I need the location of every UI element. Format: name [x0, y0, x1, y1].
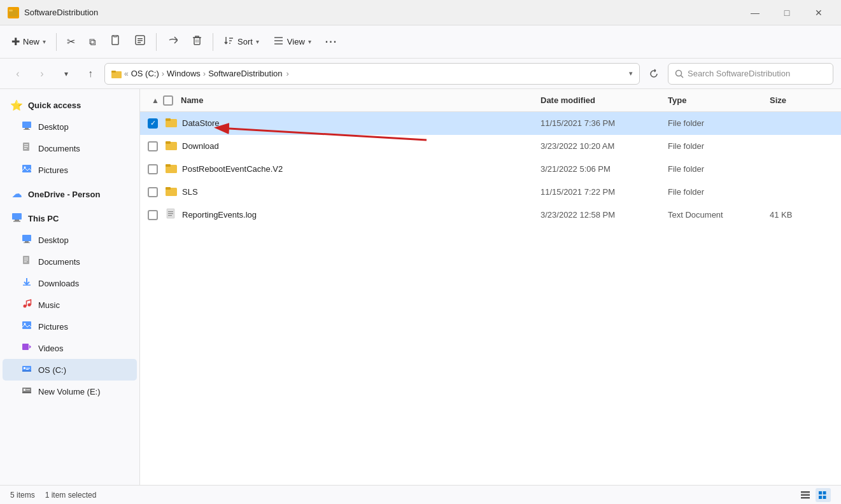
sidebar-item-videos-pc[interactable]: Videos [3, 337, 137, 359]
file-list: ✓ DataStore 11/15/2021 7:36 PM File fold… [140, 112, 841, 485]
breadcrumb[interactable]: « OS (C:) › Windows › SoftwareDistributi… [104, 63, 640, 85]
sidebar-item-new-volume-e[interactable]: New Volume (E:) [3, 381, 137, 402]
folder-icon [166, 162, 177, 176]
selected-count: 1 item selected [45, 491, 97, 500]
svg-rect-35 [22, 344, 29, 350]
row-checkbox[interactable] [148, 187, 158, 197]
back-button[interactable]: ‹ [8, 64, 28, 84]
row-checkbox[interactable] [148, 141, 158, 151]
up-button[interactable]: ↑ [80, 64, 101, 84]
status-right [798, 488, 831, 502]
row-checkbox-cell [148, 141, 166, 151]
svg-rect-3 [113, 35, 117, 37]
column-size[interactable]: Size [770, 95, 833, 105]
maximize-button[interactable]: □ [772, 3, 802, 23]
title-bar: SoftwareDistribution — □ ✕ [0, 0, 841, 25]
svg-rect-29 [24, 260, 28, 260]
new-volume-e-icon [20, 385, 33, 398]
videos-pc-icon [20, 342, 33, 354]
file-date: 3/23/2022 10:20 AM [541, 141, 668, 151]
svg-rect-10 [111, 71, 116, 73]
sidebar-item-desktop-pc[interactable]: Desktop [3, 229, 137, 251]
svg-rect-16 [24, 144, 28, 145]
sidebar-item-documents-qa[interactable]: Documents [3, 137, 137, 159]
quick-access-header[interactable]: ⭐ Quick access [3, 94, 137, 116]
downloads-pc-icon [20, 277, 33, 290]
collapse-button[interactable]: ▲ [148, 93, 163, 108]
list-view-button[interactable] [798, 488, 813, 502]
downloads-pc-label: Downloads [38, 279, 79, 288]
file-date: 3/23/2022 12:58 PM [541, 210, 668, 220]
table-row[interactable]: SLS 11/15/2021 7:22 PM File folder [140, 181, 841, 204]
os-c-label: OS (C:) [38, 365, 66, 375]
row-checkbox[interactable]: ✓ [148, 118, 158, 129]
sidebar-item-pictures-qa[interactable]: Pictures [3, 159, 137, 181]
sort-button[interactable]: Sort ▾ [217, 30, 265, 54]
rename-button[interactable] [129, 30, 152, 54]
desktop-qa-icon [20, 120, 33, 133]
select-all-checkbox[interactable] [163, 95, 173, 106]
svg-rect-51 [166, 164, 171, 167]
more-button[interactable]: ··· [319, 30, 344, 54]
svg-marker-36 [29, 345, 31, 349]
column-date[interactable]: Date modified [541, 95, 668, 105]
quick-access-icon: ⭐ [10, 99, 23, 111]
table-row[interactable]: ✓ DataStore 11/15/2021 7:36 PM File fold… [140, 112, 841, 135]
search-placeholder: Search SoftwareDistribution [688, 69, 790, 78]
new-volume-e-label: New Volume (E:) [38, 387, 101, 396]
videos-pc-label: Videos [38, 344, 64, 353]
share-button[interactable] [160, 30, 184, 54]
onedrive-header[interactable]: ☁ OneDrive - Person [3, 183, 137, 205]
file-name-cell: DataStore [166, 116, 541, 130]
row-checkbox[interactable] [148, 210, 158, 220]
forward-button[interactable]: › [32, 64, 52, 84]
file-area-container: ▲ Name Date modified Type Size [140, 89, 841, 485]
view-button[interactable]: View ▾ [267, 30, 318, 54]
sidebar-item-os-c[interactable]: OS (C:) [3, 359, 137, 381]
sidebar-item-pictures-pc[interactable]: Pictures [3, 316, 137, 337]
close-button[interactable]: ✕ [804, 3, 833, 23]
svg-rect-8 [194, 38, 200, 45]
delete-button[interactable] [185, 30, 209, 54]
column-name[interactable]: Name [181, 95, 541, 105]
sort-label: Sort [237, 37, 253, 46]
refresh-button[interactable] [644, 64, 664, 84]
sidebar-item-downloads-pc[interactable]: Downloads [3, 272, 137, 294]
svg-rect-40 [26, 369, 29, 370]
svg-rect-49 [166, 141, 171, 144]
thispc-header[interactable]: This PC [3, 207, 137, 229]
new-button[interactable]: ✚ New ▾ [5, 30, 52, 54]
sidebar-item-music-pc[interactable]: Music [3, 294, 137, 316]
minimize-button[interactable]: — [740, 3, 770, 23]
column-type[interactable]: Type [668, 95, 770, 105]
dropdown-history-button[interactable]: ▾ [56, 64, 76, 84]
status-bar: 5 items 1 item selected [0, 485, 841, 504]
table-row[interactable]: PostRebootEventCache.V2 3/21/2022 5:06 P… [140, 158, 841, 181]
search-bar[interactable]: Search SoftwareDistribution [668, 63, 833, 85]
file-name-cell: PostRebootEventCache.V2 [166, 162, 541, 176]
file-name-cell: ReportingEvents.log [166, 208, 541, 221]
documents-pc-icon [20, 255, 33, 268]
nav-bar: ‹ › ▾ ↑ « OS (C:) › Windows › SoftwareDi… [0, 59, 841, 89]
copy-button[interactable]: ⧉ [83, 30, 102, 54]
more-icon: ··· [325, 36, 337, 48]
table-row[interactable]: ReportingEvents.log 3/23/2022 12:58 PM T… [140, 204, 841, 227]
column-type-label: Type [668, 95, 686, 105]
svg-rect-60 [801, 491, 810, 493]
row-checkbox[interactable] [148, 164, 158, 174]
file-type: File folder [668, 187, 770, 197]
svg-rect-7 [138, 42, 141, 43]
svg-rect-1 [9, 10, 13, 11]
detail-view-button[interactable] [816, 488, 831, 502]
os-c-icon [20, 363, 33, 376]
sidebar-item-desktop-qa[interactable]: Desktop [3, 116, 137, 137]
file-size: 41 KB [770, 210, 833, 220]
paste-button[interactable] [104, 30, 127, 54]
breadcrumb-osc: OS (C:) [131, 69, 159, 78]
sidebar-item-documents-pc[interactable]: Documents [3, 251, 137, 272]
table-row[interactable]: Download 3/23/2022 10:20 AM File folder [140, 135, 841, 158]
search-icon [675, 69, 684, 78]
breadcrumb-sep-3: › [286, 69, 289, 78]
breadcrumb-separator-1: « [124, 69, 129, 78]
cut-button[interactable]: ✂ [60, 30, 81, 54]
